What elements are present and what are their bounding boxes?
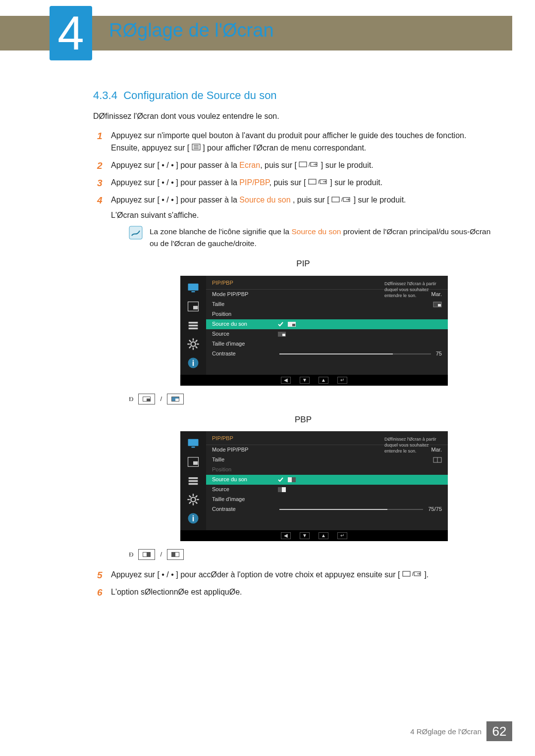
osd-row-source-son: Source du son <box>206 475 448 485</box>
pbp-right-icon <box>277 487 286 493</box>
svg-rect-42 <box>189 477 198 479</box>
step-text: Appuyez sur [ <box>111 161 160 169</box>
highlight-term: Source du son <box>291 227 341 236</box>
svg-text:i: i <box>192 514 195 523</box>
step-4: 4 Appuyez sur [ • / • ] pour passer à la… <box>93 194 495 560</box>
gear-icon <box>186 337 200 351</box>
svg-line-29 <box>196 340 198 342</box>
nav-left-icon: ◀ <box>281 532 291 539</box>
svg-rect-61 <box>282 487 286 492</box>
dot-separator: • / • <box>160 196 176 204</box>
section-number: 4.3.4 <box>93 89 117 101</box>
svg-rect-60 <box>278 487 282 492</box>
step-text: ] pour accØder à l'option de votre choix… <box>176 570 400 579</box>
menu-icon <box>192 142 201 154</box>
page-footer: 4 RØglage de l'Øcran 62 <box>410 721 512 741</box>
osd-row-label: Taille d'image <box>212 340 271 348</box>
display-icon <box>186 281 200 295</box>
pip-main-icon <box>287 321 296 327</box>
step-text: ]. <box>424 570 428 579</box>
osd-row-label: Contraste <box>212 350 271 358</box>
svg-rect-58 <box>288 477 292 482</box>
osd-row-taille: Taille <box>206 300 448 309</box>
step-text: , puis sur [ <box>291 196 329 204</box>
section-heading: 4.3.4 Configuration de Source du son <box>93 89 495 102</box>
svg-line-26 <box>189 340 191 342</box>
step-2: 2 Appuyez sur [ • / • ] pour passer à la… <box>93 159 495 172</box>
note-block: La zone blanche de l'icône signifie que … <box>129 226 495 250</box>
enter-source-icon: / <box>331 195 351 207</box>
svg-rect-20 <box>189 327 198 329</box>
info-icon: i <box>186 356 200 370</box>
check-icon <box>277 321 284 327</box>
osd-panel-pbp: i DØfinissez l'Øcran à partir duquel vou… <box>180 431 447 541</box>
option-icons-pip: Ð / <box>129 394 495 404</box>
nav-up-icon: ▲ <box>319 377 328 384</box>
step-text: , puis sur [ <box>269 178 306 187</box>
osd-row-position-disabled: Position <box>206 465 448 475</box>
svg-rect-44 <box>189 483 198 485</box>
osd-row-source: Source <box>206 485 448 495</box>
svg-rect-35 <box>292 324 295 326</box>
display-icon <box>186 436 200 450</box>
size-icon <box>433 302 442 307</box>
step-3: 3 Appuyez sur [ • / • ] pour passer à la… <box>93 177 495 189</box>
osd-row-source-son: Source du son <box>206 319 448 329</box>
osd-row-label: Contraste <box>212 505 271 513</box>
svg-rect-59 <box>292 477 296 482</box>
step-text: ] pour passer à la <box>176 196 239 204</box>
step-text: ] sur le produit. <box>330 178 382 187</box>
pip-sub-icon <box>277 331 286 337</box>
svg-rect-17 <box>193 305 198 309</box>
osd-row-label: Mode PIP/PBP <box>212 446 271 454</box>
osd-label-pbp: PBP <box>111 413 495 426</box>
osd-row-contraste: Contraste75 <box>206 349 448 359</box>
osd-row-value: 75 <box>436 350 442 358</box>
option-icons-pbp: Ð / <box>129 549 495 560</box>
osd-side-icons: i <box>180 276 206 375</box>
check-icon <box>277 477 284 483</box>
enter-source-icon: / <box>402 569 422 581</box>
svg-rect-19 <box>189 324 198 326</box>
nav-enter-icon: ↵ <box>337 532 347 539</box>
pbp-left-icon <box>287 477 296 483</box>
svg-rect-10 <box>332 197 339 202</box>
footer-chapter-text: 4 RØglage de l'Øcran <box>410 727 482 736</box>
osd-row-label: Taille <box>212 300 271 308</box>
osd-row-value: 75/75 <box>428 505 442 513</box>
intro-text: DØfinissez l'Øcran dont vous voulez ente… <box>93 112 495 121</box>
svg-rect-13 <box>129 226 142 239</box>
pbp-option-right-icon <box>167 549 184 560</box>
slider-track <box>279 509 423 510</box>
svg-rect-33 <box>438 304 441 306</box>
svg-rect-4 <box>299 162 307 167</box>
highlight-term: Ecran <box>239 161 260 169</box>
svg-line-27 <box>196 346 198 348</box>
svg-line-53 <box>196 496 198 498</box>
enter-source-icon: / <box>299 159 319 172</box>
osd-row-label: Source du son <box>212 475 271 484</box>
osd-row-label: Source <box>212 485 271 494</box>
step-text: L'Øcran suivant s'affiche. <box>111 209 495 222</box>
svg-rect-43 <box>189 480 198 482</box>
svg-rect-7 <box>309 179 316 184</box>
svg-rect-15 <box>192 291 195 292</box>
svg-rect-39 <box>192 447 195 448</box>
gear-icon <box>186 493 200 506</box>
svg-point-21 <box>191 342 195 346</box>
svg-rect-41 <box>193 461 198 465</box>
pip-layout-icon <box>186 300 200 313</box>
note-icon <box>129 226 143 240</box>
step-text: ] pour passer à la <box>176 161 239 169</box>
note-text: La zone blanche de l'icône signifie que … <box>150 226 495 250</box>
osd-row-label: Taille <box>212 455 271 464</box>
dot-separator: • / • <box>160 161 176 169</box>
osd-panel-pip: i DØfinissez l'Øcran à partir duquel vou… <box>180 276 447 386</box>
step-text: L'option sØlectionnØe est appliquØe. <box>111 588 242 596</box>
svg-line-28 <box>189 346 191 348</box>
osd-row-taille-img: Taille d'image <box>206 339 448 349</box>
svg-line-51 <box>196 502 198 504</box>
osd-row-contraste: Contraste75/75 <box>206 504 448 514</box>
osd-nav-bar: ◀ ▼ ▲ ↵ <box>180 530 448 541</box>
pip-option-main-icon <box>138 394 155 404</box>
